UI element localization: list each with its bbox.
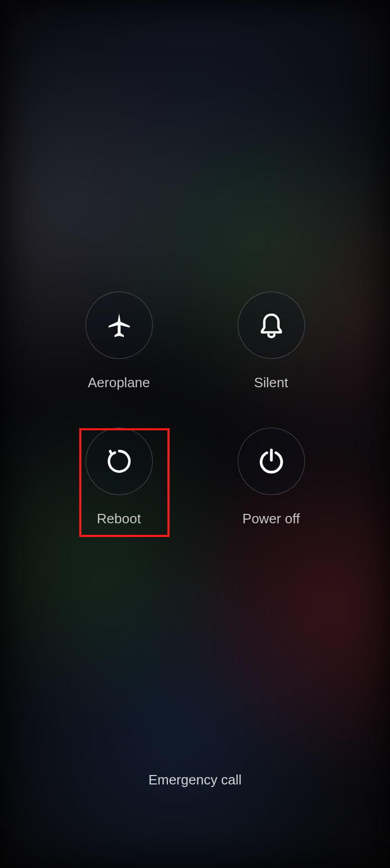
power-off-label: Power off — [243, 511, 300, 527]
emergency-call-button[interactable]: Emergency call — [149, 772, 242, 788]
reboot-button[interactable]: Reboot — [69, 428, 169, 527]
aeroplane-label: Aeroplane — [88, 375, 150, 391]
reboot-icon-circle — [86, 428, 153, 495]
silent-icon-circle — [238, 292, 305, 359]
restart-icon — [106, 448, 133, 475]
silent-mode-button[interactable]: Silent — [222, 292, 321, 391]
aeroplane-mode-button[interactable]: Aeroplane — [69, 292, 169, 391]
power-off-button[interactable]: Power off — [222, 428, 321, 527]
aeroplane-icon-circle — [86, 292, 153, 359]
bell-icon — [257, 311, 286, 339]
reboot-label: Reboot — [97, 511, 141, 527]
power-icon-circle — [238, 428, 305, 495]
airplane-icon — [105, 311, 133, 339]
power-menu: Aeroplane Silent Reboot — [69, 292, 321, 527]
silent-label: Silent — [254, 375, 288, 391]
power-icon — [258, 448, 285, 475]
